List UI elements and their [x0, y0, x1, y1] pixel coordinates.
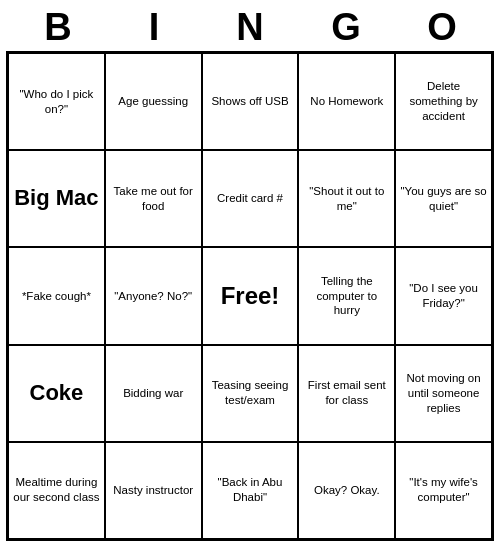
bingo-cell-8[interactable]: "Shout it out to me" — [298, 150, 395, 247]
bingo-cell-19[interactable]: Not moving on until someone replies — [395, 345, 492, 442]
bingo-cell-20[interactable]: Mealtime during our second class — [8, 442, 105, 539]
bingo-cell-1[interactable]: Age guessing — [105, 53, 202, 150]
bingo-cell-9[interactable]: "You guys are so quiet" — [395, 150, 492, 247]
bingo-cell-11[interactable]: "Anyone? No?" — [105, 247, 202, 344]
header-letter-n: N — [206, 6, 294, 49]
bingo-cell-10[interactable]: *Fake cough* — [8, 247, 105, 344]
bingo-cell-4[interactable]: Delete something by accident — [395, 53, 492, 150]
bingo-cell-7[interactable]: Credit card # — [202, 150, 299, 247]
bingo-cell-12[interactable]: Free! — [202, 247, 299, 344]
bingo-cell-5[interactable]: Big Mac — [8, 150, 105, 247]
bingo-cell-0[interactable]: "Who do I pick on?" — [8, 53, 105, 150]
bingo-cell-21[interactable]: Nasty instructor — [105, 442, 202, 539]
bingo-cell-16[interactable]: Bidding war — [105, 345, 202, 442]
bingo-cell-6[interactable]: Take me out for food — [105, 150, 202, 247]
bingo-cell-22[interactable]: "Back in Abu Dhabi" — [202, 442, 299, 539]
header-letter-g: G — [302, 6, 390, 49]
header-letter-i: I — [110, 6, 198, 49]
header-letter-b: B — [14, 6, 102, 49]
bingo-grid: "Who do I pick on?"Age guessingShows off… — [6, 51, 494, 541]
bingo-cell-24[interactable]: "It's my wife's computer" — [395, 442, 492, 539]
bingo-cell-23[interactable]: Okay? Okay. — [298, 442, 395, 539]
bingo-cell-2[interactable]: Shows off USB — [202, 53, 299, 150]
header-letter-o: O — [398, 6, 486, 49]
bingo-cell-17[interactable]: Teasing seeing test/exam — [202, 345, 299, 442]
bingo-cell-13[interactable]: Telling the computer to hurry — [298, 247, 395, 344]
bingo-header: BINGO — [10, 0, 490, 51]
bingo-cell-15[interactable]: Coke — [8, 345, 105, 442]
bingo-cell-14[interactable]: "Do I see you Friday?" — [395, 247, 492, 344]
bingo-cell-3[interactable]: No Homework — [298, 53, 395, 150]
bingo-cell-18[interactable]: First email sent for class — [298, 345, 395, 442]
